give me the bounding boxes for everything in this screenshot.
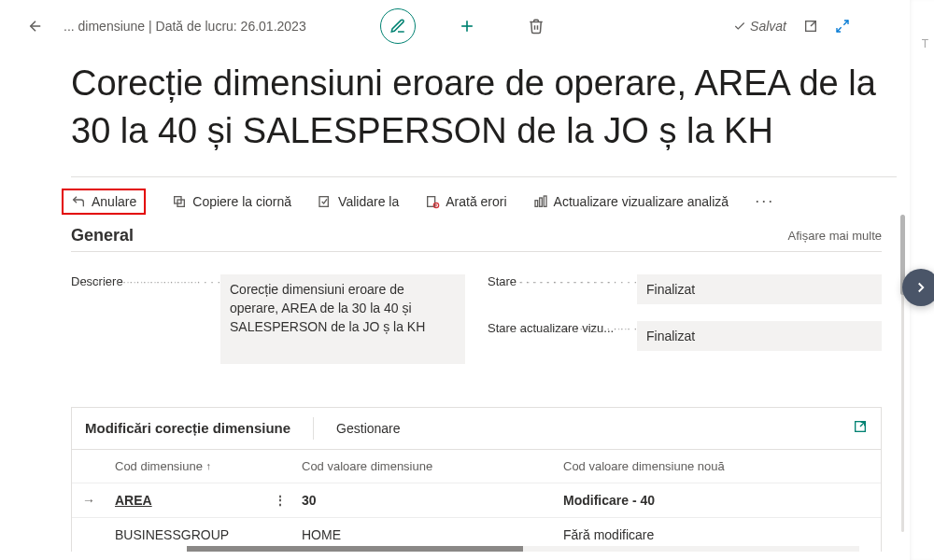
svg-line-18: [860, 422, 865, 427]
refresh-icon: [533, 194, 548, 209]
horizontal-scrollbar[interactable]: [187, 546, 859, 552]
copy-icon: [172, 194, 187, 209]
svg-rect-14: [535, 200, 538, 206]
svg-rect-9: [319, 196, 328, 206]
breadcrumb: ... dimensiune | Dată de lucru: 26.01.20…: [64, 19, 306, 34]
svg-line-6: [837, 27, 842, 32]
undo-action[interactable]: Anulare: [62, 189, 146, 215]
delete-button[interactable]: [518, 8, 554, 44]
expand-grid-icon[interactable]: [853, 419, 868, 438]
subgrid-manage[interactable]: Gestionare: [336, 421, 400, 436]
validate-action[interactable]: Validare la: [318, 194, 399, 209]
section-title-general: General: [71, 226, 134, 245]
saved-label: Salvat: [750, 19, 786, 34]
row-arrow-icon: [72, 525, 106, 544]
validate-label: Validare la: [338, 194, 399, 209]
row-menu-icon[interactable]: ⋮: [272, 493, 289, 508]
svg-rect-16: [544, 196, 546, 206]
col-dim-code[interactable]: Cod dimensiune ↑: [106, 450, 292, 483]
copy-draft-action[interactable]: Copiere la ciornă: [172, 194, 291, 209]
errors-icon: [425, 194, 440, 209]
copy-label: Copiere la ciornă: [192, 194, 291, 209]
field-label-description: Descriere · · · · · · · · · · ·: [71, 274, 220, 288]
back-button[interactable]: [19, 9, 52, 43]
cell-dim-code[interactable]: AREA ⋮: [106, 483, 292, 517]
fullscreen-icon[interactable]: [835, 19, 850, 34]
refresh-label: Actualizare vizualizare analiză: [554, 194, 729, 209]
popout-icon[interactable]: [803, 19, 818, 34]
sort-asc-icon: ↑: [206, 460, 212, 471]
col-new-dim-value[interactable]: Cod valoare dimensiune nouă: [554, 450, 881, 483]
svg-rect-15: [539, 198, 542, 206]
saved-indicator: Salvat: [733, 19, 786, 34]
svg-line-5: [843, 21, 848, 25]
refresh-view-action[interactable]: Actualizare vizualizare analiză: [533, 194, 729, 209]
more-actions[interactable]: ···: [755, 191, 774, 211]
field-value-state: Finalizat: [637, 274, 882, 304]
right-hint: T: [922, 37, 928, 50]
show-more-link[interactable]: Afișare mai multe: [788, 229, 882, 243]
subgrid-title: Modificări corecție dimensiune: [85, 420, 313, 436]
cell-new-value[interactable]: Modificare - 40: [554, 483, 881, 517]
field-value-description[interactable]: Corecție dimensiuni eroare de operare, A…: [220, 274, 465, 364]
vertical-scrollbar[interactable]: [901, 215, 904, 532]
errors-label: Arată erori: [446, 194, 506, 209]
undo-label: Anulare: [92, 194, 136, 209]
svg-line-4: [811, 21, 815, 26]
page-title: Corecție dimensiuni eroare de operare, A…: [19, 52, 934, 176]
edit-button[interactable]: [380, 8, 416, 44]
next-record-button[interactable]: [902, 269, 934, 306]
row-arrow-icon: →: [72, 483, 106, 517]
divider: [313, 417, 314, 440]
validate-icon: [318, 194, 333, 209]
undo-icon: [71, 194, 86, 209]
col-dim-value[interactable]: Cod valoare dimensiune: [292, 450, 554, 483]
show-errors-action[interactable]: Arată erori: [425, 194, 506, 209]
field-label-viz-state: Stare actualizare vizu... · ·: [488, 321, 637, 335]
field-value-viz-state: Finalizat: [637, 321, 882, 351]
field-label-state: Stare · · · · · · · · · · · · · ·: [488, 274, 637, 288]
cell-dim-value[interactable]: 30: [292, 483, 554, 517]
table-row[interactable]: → AREA ⋮ 30 Modificare - 40: [72, 483, 881, 517]
add-button[interactable]: [449, 8, 485, 44]
